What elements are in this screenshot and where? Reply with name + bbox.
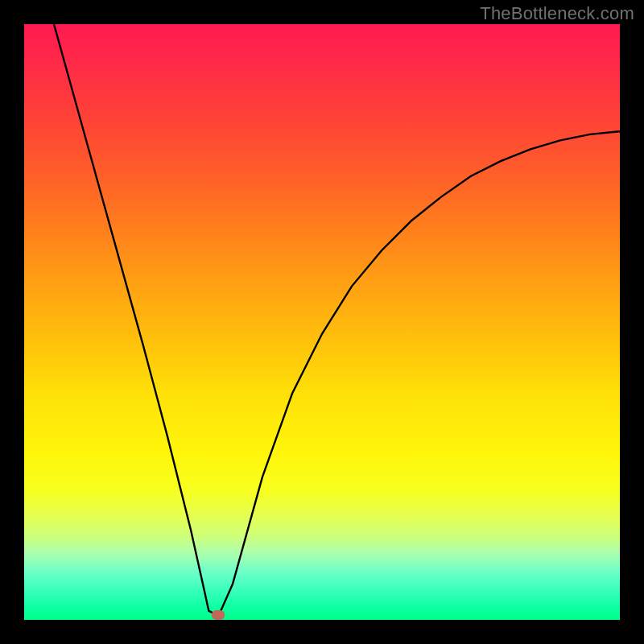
curve-layer (24, 24, 620, 620)
marker-dot (212, 610, 225, 620)
chart-frame: TheBottleneck.com (0, 0, 644, 644)
watermark-label: TheBottleneck.com (480, 3, 634, 24)
curve-path (54, 24, 620, 614)
plot-area (24, 24, 620, 620)
